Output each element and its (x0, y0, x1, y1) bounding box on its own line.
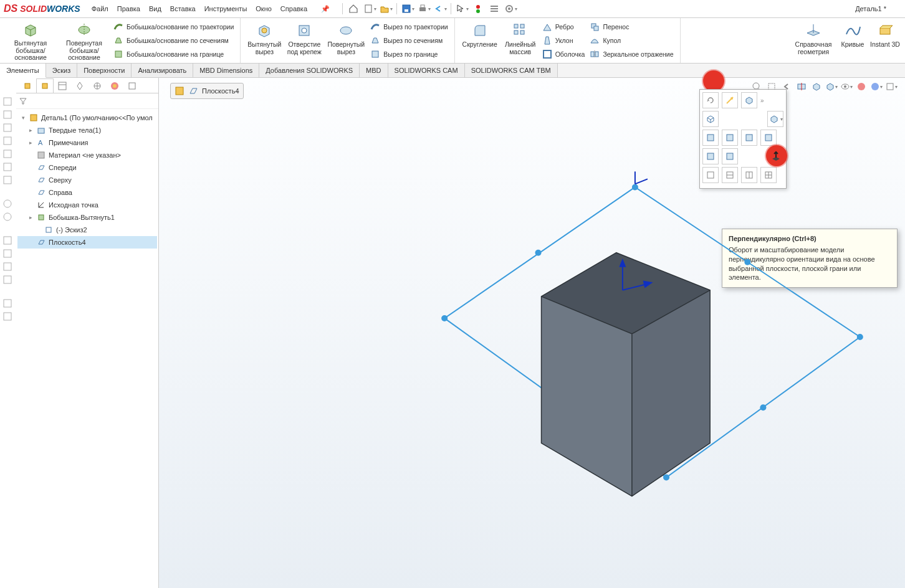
revolve-boss-button[interactable]: Повернутая бобышка/основание (57, 20, 111, 61)
curves-button[interactable]: Кривые (836, 20, 869, 61)
orient-bottom-icon[interactable] (722, 148, 738, 164)
tab-features[interactable]: Элементы (0, 64, 46, 78)
taskpane-icon[interactable] (2, 136, 14, 147)
tab-mbd[interactable]: MBD (360, 64, 388, 77)
orient-normal-to-icon[interactable] (769, 149, 783, 164)
sweep-boss-button[interactable]: Бобышка/основание по траектории (111, 20, 236, 33)
instant3d-button[interactable]: Instant 3D (869, 20, 901, 61)
orient-left-icon[interactable] (741, 130, 757, 146)
orient-wand-icon[interactable] (722, 92, 738, 108)
taskpane-icon[interactable] (2, 97, 14, 108)
tree-sketch[interactable]: (-) Эскиз2 (17, 224, 157, 236)
new-icon[interactable]: ▾ (363, 2, 376, 16)
sweep-cut-button[interactable]: Вырез по траектории (368, 20, 450, 33)
tree-plane4[interactable]: Плоскость4 (17, 236, 157, 249)
taskpane-icon[interactable] (2, 110, 14, 121)
taskpane-icon[interactable] (2, 123, 14, 134)
tab-appearance-icon[interactable] (106, 78, 123, 93)
taskpane-icon[interactable] (2, 175, 14, 186)
orient-right-icon[interactable] (760, 130, 777, 146)
select-icon[interactable]: ▾ (455, 2, 469, 16)
taskpane-icon[interactable] (2, 149, 14, 160)
hole-wizard-button[interactable]: Отверстие под крепеж (284, 20, 324, 61)
boundary-boss-button[interactable]: Бобышка/основание на границе (111, 48, 236, 61)
tree-front-plane[interactable]: Спереди (17, 161, 157, 174)
tree-root[interactable]: ▾Деталь1 (По умолчанию<<По умол (17, 111, 157, 124)
taskpane-icon[interactable] (2, 212, 14, 223)
boundary-cut-button[interactable]: Вырез по границе (368, 48, 450, 61)
taskpane-icon[interactable] (2, 199, 14, 210)
taskpane-icon[interactable] (2, 298, 14, 310)
tree-extrude-feature[interactable]: ▸Бобышка-Вытянуть1 (17, 211, 157, 224)
taskpane-icon[interactable] (2, 311, 14, 323)
viewport-single-icon[interactable] (702, 167, 719, 183)
tree-solid-bodies[interactable]: ▸Твердые тела(1) (17, 124, 157, 136)
tab-overflow-icon[interactable] (123, 78, 141, 93)
tree-material[interactable]: Материал <не указан> (17, 149, 157, 161)
view-settings-icon[interactable]: ▾ (885, 80, 898, 93)
settings-icon[interactable]: ▾ (504, 2, 517, 16)
scene-icon[interactable]: ▾ (870, 80, 883, 93)
undo-icon[interactable]: ▾ (433, 2, 447, 16)
rebuild-icon[interactable] (471, 2, 485, 16)
menu-edit[interactable]: Правка (117, 5, 140, 12)
tab-addins[interactable]: Добавления SOLIDWORKS (259, 64, 360, 77)
mirror-button[interactable]: Зеркальное отражение (587, 48, 676, 61)
tab-cam-tbm[interactable]: SOLIDWORKS CAM TBM (465, 64, 558, 77)
print-icon[interactable]: ▾ (417, 2, 431, 16)
open-icon[interactable]: ▾ (379, 2, 393, 16)
taskpane-icon[interactable] (2, 249, 14, 260)
save-icon[interactable]: ▾ (401, 2, 414, 16)
taskpane-icon[interactable] (2, 235, 14, 247)
display-style-icon[interactable]: ▾ (825, 80, 838, 93)
menu-view[interactable]: Вид (149, 5, 161, 12)
linear-pattern-button[interactable]: Линейный массив (501, 20, 540, 61)
tab-surfaces[interactable]: Поверхности (77, 64, 132, 77)
menu-help[interactable]: Справка (280, 5, 307, 12)
loft-cut-button[interactable]: Вырез по сечениям (368, 34, 450, 47)
tree-origin[interactable]: Исходная точка (17, 199, 157, 211)
ref-geometry-button[interactable]: Справочная геометрия (790, 20, 836, 61)
appearance-icon[interactable] (855, 80, 868, 93)
shell-button[interactable]: Оболочка (540, 48, 588, 61)
viewport-4-icon[interactable] (760, 167, 777, 183)
orient-add-icon[interactable] (741, 92, 757, 108)
orient-top-icon[interactable] (702, 148, 719, 164)
tab-feature-tree-icon[interactable] (36, 78, 54, 93)
orient-iso2-icon[interactable]: ▾ (767, 111, 783, 127)
view-orientation-icon[interactable] (810, 80, 823, 93)
move-button[interactable]: Перенос (587, 20, 676, 33)
tab-cam[interactable]: SOLIDWORKS CAM (388, 64, 465, 77)
orient-update-icon[interactable] (702, 92, 719, 108)
tree-filter[interactable] (16, 93, 158, 109)
extrude-cut-button[interactable]: Вытянутый вырез (244, 20, 284, 61)
tab-assembly-icon[interactable] (19, 78, 36, 93)
taskpane-icon[interactable] (2, 262, 14, 273)
taskpane-icon[interactable] (2, 162, 14, 173)
rib-button[interactable]: Ребро (540, 20, 588, 33)
tree-top-plane[interactable]: Сверху (17, 174, 157, 186)
menu-insert[interactable]: Вставка (170, 5, 196, 12)
hide-show-icon[interactable]: ▾ (840, 80, 853, 93)
tab-dim-icon[interactable] (89, 78, 106, 93)
menu-window[interactable]: Окно (256, 5, 272, 12)
fillet-button[interactable]: Скругление (459, 20, 501, 61)
options-list-icon[interactable] (487, 2, 501, 16)
orient-back-icon[interactable] (722, 130, 738, 146)
home-icon[interactable] (347, 2, 360, 16)
tab-evaluate[interactable]: Анализировать (132, 64, 193, 77)
viewport-2v-icon[interactable] (741, 167, 757, 183)
extrude-boss-button[interactable]: Вытянутая бобышка/основание (4, 20, 57, 61)
tab-property-icon[interactable] (54, 78, 71, 93)
loft-boss-button[interactable]: Бобышка/основание по сечениям (111, 34, 236, 47)
tree-annotations[interactable]: ▸AПримечания (17, 136, 157, 149)
tab-sketch[interactable]: Эскиз (46, 64, 77, 77)
viewport-2h-icon[interactable] (722, 167, 738, 183)
section-view-icon[interactable] (795, 80, 808, 93)
selection-breadcrumb[interactable]: Плоскость4 (170, 83, 244, 99)
menu-file[interactable]: Файл (92, 5, 108, 12)
menu-tools[interactable]: Инструменты (204, 5, 247, 12)
graphics-viewport[interactable]: Плоскость4 ▾ ▾ ▾ ▾ » (159, 78, 905, 588)
tree-right-plane[interactable]: Справа (17, 186, 157, 199)
tab-config-icon[interactable] (71, 78, 89, 93)
